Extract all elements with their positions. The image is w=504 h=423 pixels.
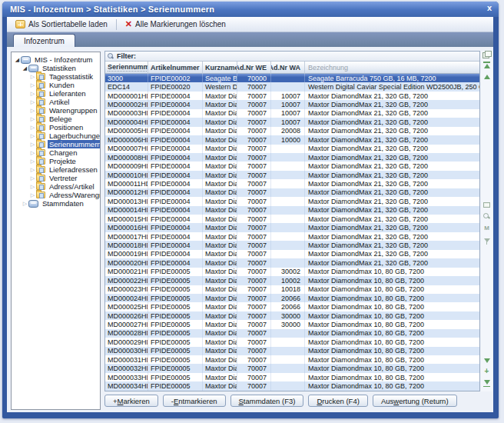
table-row[interactable]: MD000008HDFPIDE00004Maxtor Dia70007Maxto… — [105, 153, 479, 162]
table-row[interactable]: MD000005HDFPIDE00004Maxtor Dia7000720008… — [105, 127, 479, 135]
table-row[interactable]: MD000029HDFPIDE00005Maxtor Dia70007Maxto… — [105, 338, 479, 346]
table-row[interactable]: MD000003HDFPIDE00004Maxtor Dia7000710007… — [105, 109, 479, 118]
tab-infozentrum[interactable]: Infozentrum — [13, 34, 75, 47]
table-row[interactable]: MD000024HDFPIDE00005Maxtor Dia7000720066… — [105, 294, 479, 302]
table-row[interactable]: MD000026HDFPIDE00005Maxtor Dia7000730000… — [105, 311, 479, 320]
table-row[interactable]: MD000021HDFPIDE00005Maxtor Dia7000730002… — [105, 268, 479, 276]
close-button[interactable]: x — [487, 3, 492, 12]
scroll-to-bottom-icon[interactable] — [482, 379, 491, 385]
tree-item-mis-infozentrum[interactable]: ◢MIS - Infozentrum — [12, 55, 100, 64]
column-chooser-icon[interactable] — [482, 51, 491, 58]
table-row[interactable]: MD000033HDFPIDE00005Maxtor Dia70007Maxto… — [105, 373, 479, 381]
table-row[interactable]: 3000FPIDE00002Seagate Ba70000Seagate Bar… — [105, 74, 479, 82]
tree-item-adress-artikel[interactable]: ▷Adress/Artikel — [12, 182, 100, 191]
table-row[interactable]: EDC14FPIDE00020Western Di70007Western Di… — [105, 82, 479, 91]
tree-item-positionen[interactable]: ▷Positionen — [12, 123, 100, 132]
expand-arrow-icon[interactable]: ▷ — [29, 99, 36, 105]
table-row[interactable]: MD000028HDFPIDE00005Maxtor Dia70007Maxto… — [105, 329, 479, 338]
collapse-arrow-icon[interactable]: ◢ — [22, 65, 28, 71]
collapse-arrow-icon[interactable]: ◢ — [14, 57, 21, 62]
table-row[interactable]: MD000006HDFPIDE00004Maxtor Dia7000710000… — [105, 135, 479, 144]
tree-item-adress-warengruppen[interactable]: ▷Adress/Warengruppen — [12, 191, 100, 199]
grid-scroll-strip[interactable]: M+ — [481, 51, 492, 391]
table-row[interactable]: MD000015HDFPIDE00004Maxtor Dia70007Maxto… — [105, 215, 479, 223]
tree-item-belege[interactable]: ▷Belege — [12, 115, 100, 123]
scroll-up-icon[interactable] — [482, 74, 491, 80]
table-row[interactable]: MD000007HDFPIDE00004Maxtor Dia70007Maxto… — [105, 145, 479, 153]
table-row[interactable]: MD000013HDFPIDE00004Maxtor Dia70007Maxto… — [105, 197, 479, 205]
expand-arrow-icon[interactable]: ▷ — [29, 116, 36, 122]
scroll-to-top-icon[interactable] — [482, 63, 491, 69]
table-row[interactable]: MD000022HDFPIDE00005Maxtor Dia7000710002… — [105, 276, 479, 285]
table-row[interactable]: MD000016HDFPIDE00004Maxtor Dia70007Maxto… — [105, 223, 479, 231]
expand-arrow-icon[interactable]: ▷ — [29, 150, 36, 155]
scroll-down-icon[interactable] — [482, 358, 491, 364]
expand-arrow-icon[interactable]: ▷ — [29, 91, 36, 96]
button-markieren[interactable]: + Markieren — [104, 395, 158, 407]
table-row[interactable]: MD000027HDFPIDE00005Maxtor Dia7000730000… — [105, 320, 479, 328]
expand-arrow-icon[interactable]: ▷ — [29, 108, 36, 113]
table-row[interactable]: MD000009HDFPIDE00004Maxtor Dia70007Maxto… — [105, 162, 479, 170]
table-row[interactable]: MD000025HDFPIDE00005Maxtor Dia7000720066… — [105, 302, 479, 311]
expand-arrow-icon[interactable]: ▷ — [22, 201, 28, 206]
column-header-ad-nr-wa[interactable]: Ad.Nr WA — [271, 62, 305, 74]
table-row[interactable]: MD000019HDFPIDE00004Maxtor Dia70007Maxto… — [105, 250, 479, 258]
filter-icon[interactable] — [482, 237, 491, 243]
tree-item-stammdaten[interactable]: ▷Stammdaten — [12, 199, 100, 208]
table-row[interactable]: MD000004HDFPIDE00004Maxtor Dia7000710007… — [105, 118, 479, 126]
load-sort-table-button[interactable]: Als Sortiertabelle laden — [12, 19, 111, 29]
expand-arrow-icon[interactable]: ▷ — [29, 82, 36, 88]
expand-arrow-icon[interactable]: ▷ — [29, 192, 36, 198]
tree-item-lagerbuchungen[interactable]: ▷Lagerbuchungen — [12, 132, 100, 140]
tree-item-artikel[interactable]: ▷Artikel — [12, 98, 100, 106]
goto-record-icon[interactable] — [482, 202, 491, 208]
table-row[interactable]: MD000010HDFPIDE00004Maxtor Dia70007Maxto… — [105, 171, 479, 179]
column-header-seriennummer[interactable]: Seriennummer — [105, 62, 148, 74]
table-row[interactable]: MD000030HDFPIDE00005Maxtor Dia70007Maxto… — [105, 347, 479, 355]
tree-item-tagesstatistik[interactable]: ▷Tagesstatistik — [12, 72, 100, 81]
button-auswertung-return[interactable]: Auswertung (Return) — [373, 395, 457, 407]
tree-item-statistiken[interactable]: ◢Statistiken — [12, 64, 100, 72]
button-stammdaten-f3[interactable]: Stammdaten (F3) — [230, 395, 304, 407]
table-row[interactable]: MD000012HDFPIDE00004Maxtor Dia70007Maxto… — [105, 188, 479, 197]
table-row[interactable]: MD000023HDFPIDE00005Maxtor Dia7000710018… — [105, 285, 479, 294]
expand-arrow-icon[interactable]: ▷ — [29, 133, 36, 138]
expand-arrow-icon[interactable]: ▷ — [29, 158, 36, 164]
tree-item-seriennummern[interactable]: ▷Seriennummern — [12, 140, 100, 148]
expand-arrow-icon[interactable]: ▷ — [29, 142, 36, 147]
table-row[interactable]: MD000034HDFPIDE00005Maxtor Dia70007Maxto… — [105, 381, 479, 390]
table-row[interactable]: MD000002HDFPIDE00004Maxtor Dia7000710007… — [105, 100, 479, 108]
tree-item-projekte[interactable]: ▷Projekte — [12, 157, 100, 165]
column-header-artikelnummer[interactable]: Artikelnummer — [148, 62, 203, 74]
tree-item-vertreter[interactable]: ▷Vertreter — [12, 174, 100, 182]
cell-ad-nr-we: 70007 — [237, 232, 271, 241]
tree-item-kunden[interactable]: ▷Kunden — [12, 81, 100, 89]
expand-arrow-icon[interactable]: ▷ — [29, 125, 36, 130]
table-row[interactable]: MD000001HDFPIDE00004Maxtor Dia7000710007… — [105, 92, 479, 100]
tree-item-warengruppen[interactable]: ▷Warengruppen — [12, 106, 100, 115]
tree-item-lieferanten[interactable]: ▷Lieferanten — [12, 89, 100, 98]
table-row[interactable]: MD000018HDFPIDE00004Maxtor Dia70007Maxto… — [105, 241, 479, 249]
search-icon[interactable] — [482, 213, 491, 219]
add-mark-icon[interactable]: + — [482, 368, 491, 375]
column-header-bezeichnung[interactable]: Bezeichnung — [305, 62, 479, 74]
table-row[interactable]: MD000032HDFPIDE00005Maxtor Dia70007Maxto… — [105, 364, 479, 372]
table-row[interactable]: MD000011HDFPIDE00004Maxtor Dia70007Maxto… — [105, 179, 479, 188]
column-header-kurzname[interactable]: Kurzname — [203, 62, 237, 74]
table-row[interactable]: MD000017HDFPIDE00004Maxtor Dia70007Maxto… — [105, 232, 479, 241]
expand-arrow-icon[interactable]: ▷ — [29, 175, 36, 181]
tree-item-chargen[interactable]: ▷Chargen — [12, 148, 100, 157]
table-row[interactable]: MD000031HDFPIDE00005Maxtor Dia70007Maxto… — [105, 355, 479, 364]
column-header-ad-nr-we[interactable]: Ad.Nr WE — [237, 62, 271, 74]
tree-item-lieferadressen[interactable]: ▷Lieferadressen — [12, 165, 100, 174]
expand-arrow-icon[interactable]: ▷ — [29, 74, 36, 79]
expand-arrow-icon[interactable]: ▷ — [29, 184, 36, 189]
button-drucken-f4[interactable]: Drucken (F4) — [308, 395, 367, 407]
mark-icon[interactable]: M — [482, 225, 491, 231]
table-row[interactable]: MD000020HDFPIDE00004Maxtor Dia70007Maxto… — [105, 258, 479, 267]
table-row[interactable]: MD000014HDFPIDE00004Maxtor Dia70007Maxto… — [105, 206, 479, 215]
button-entmarkieren[interactable]: - Entmarkieren — [163, 395, 226, 407]
clear-marks-button[interactable]: ✕ Alle Markierungen löschen — [121, 19, 230, 29]
filter-row[interactable]: Filter: — [105, 52, 479, 62]
expand-arrow-icon[interactable]: ▷ — [29, 167, 36, 172]
